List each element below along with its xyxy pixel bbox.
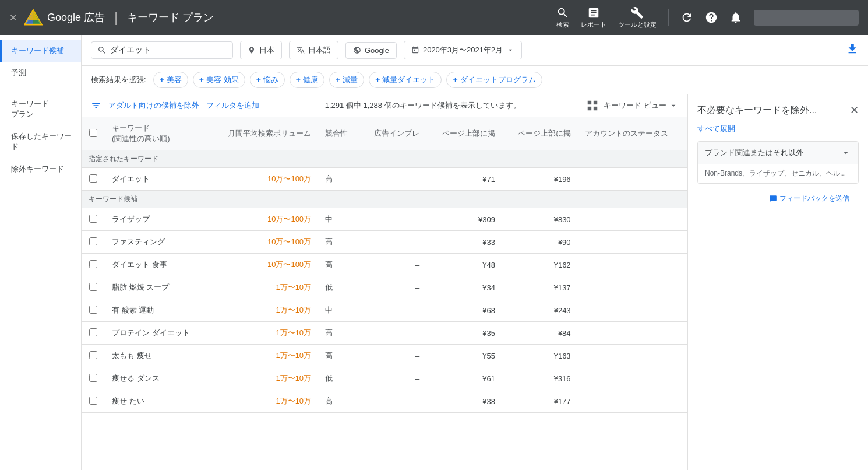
impressions-cell: – (359, 345, 426, 367)
row-checkbox-input[interactable] (89, 328, 97, 336)
expand-chip-3[interactable]: + 健康 (290, 72, 324, 88)
expand-chip-1[interactable]: + 美容 効果 (193, 72, 245, 88)
tools-nav-label: ツールと設定 (618, 20, 657, 29)
sidebar-item-keyword-plan[interactable]: キーワード プラン (0, 84, 81, 125)
keyword-view-button[interactable]: キーワード ビュー (604, 100, 678, 111)
status-cell (578, 367, 687, 390)
feedback-bar: フィードバックを送信 (697, 184, 859, 208)
status-cell (578, 168, 687, 191)
row-checkbox-input[interactable] (89, 283, 97, 291)
sidebar-item-forecast[interactable]: 予測 (0, 62, 81, 84)
row-checkbox-input[interactable] (89, 237, 97, 245)
row-checkbox-input[interactable] (89, 260, 97, 268)
network-icon (353, 46, 361, 54)
expand-chip-icon-0: + (160, 75, 164, 85)
add-filter-link[interactable]: フィルタを追加 (206, 100, 259, 111)
location-label: 日本 (259, 45, 274, 55)
impressions-cell: – (359, 276, 426, 299)
search-nav-label: 検索 (556, 20, 569, 29)
language-label: 日本語 (308, 45, 331, 55)
calendar-icon (411, 46, 419, 54)
help-button[interactable] (705, 11, 718, 24)
location-filter[interactable]: 日本 (240, 41, 282, 59)
filter-icon[interactable] (91, 100, 101, 111)
chevron-down-icon (506, 46, 514, 54)
volume-cell: 10万〜100万 (209, 231, 318, 254)
expand-chip-icon-6: + (453, 75, 457, 85)
header-impressions: 広告インプレ (359, 117, 426, 150)
expand-chip-text-2: 悩み (263, 75, 278, 85)
table-row: 太もも 痩せ 1万〜10万 高 – ¥55 ¥163 (82, 345, 687, 367)
expand-section: 検索結果を拡張: + 美容 + 美容 効果 + 悩み + 健康 + 減量 (82, 66, 868, 94)
bid-low-cell: ¥68 (426, 299, 502, 322)
tools-nav-button[interactable]: ツールと設定 (618, 6, 657, 29)
status-cell (578, 322, 687, 345)
filter-bar: アダルト向けの候補を除外 フィルタを追加 1,291 個中 1,288 個のキー… (82, 94, 687, 117)
row-checkbox-input[interactable] (89, 397, 97, 405)
sidebar-item-excluded-keywords[interactable]: 除外キーワード (0, 158, 81, 180)
language-icon (297, 46, 305, 54)
language-filter[interactable]: 日本語 (289, 41, 338, 59)
bid-low-cell: ¥48 (426, 254, 502, 276)
table-row: 痩せる ダンス 1万〜10万 低 – ¥61 ¥316 (82, 367, 687, 390)
expand-chip-icon-2: + (256, 75, 261, 85)
svg-rect-6 (588, 107, 591, 110)
refresh-button[interactable] (680, 11, 693, 24)
expand-chip-2[interactable]: + 悩み (250, 72, 285, 88)
sidebar-item-saved-keywords[interactable]: 保存したキーワード (0, 125, 81, 158)
search-nav-button[interactable]: 検索 (556, 6, 569, 29)
panel-section-title: ブランド関連またはそれ以外 (705, 148, 803, 158)
adult-filter-link[interactable]: アダルト向けの候補を除外 (108, 100, 199, 111)
row-checkbox-input[interactable] (89, 215, 97, 223)
network-filter[interactable]: Google (345, 42, 397, 59)
keyword-input[interactable] (110, 45, 227, 55)
keyword-search-box[interactable] (91, 41, 233, 59)
bid-high-cell: ¥162 (502, 254, 578, 276)
expand-chip-icon-1: + (199, 75, 204, 85)
account-search-input[interactable] (754, 10, 859, 26)
section-header-specified: 指定されたキーワード (82, 150, 687, 168)
row-checkbox-input[interactable] (89, 374, 97, 382)
keyword-cell: ダイエット 食事 (105, 254, 209, 276)
bid-high-cell: ¥137 (502, 276, 578, 299)
table-row: 有 酸素 運動 1万〜10万 中 – ¥68 ¥243 (82, 299, 687, 322)
notifications-button[interactable] (729, 11, 742, 24)
row-checkbox-input[interactable] (89, 306, 97, 314)
svg-rect-7 (594, 107, 597, 110)
volume-cell: 10万〜100万 (209, 208, 318, 231)
bid-high-cell: ¥90 (502, 231, 578, 254)
impressions-cell: – (359, 299, 426, 322)
header-bid-high: ページ上部に掲 (502, 117, 578, 150)
feedback-icon (769, 195, 777, 203)
expand-chip-0[interactable]: + 美容 (153, 72, 188, 88)
bid-low-cell: ¥38 (426, 390, 502, 413)
expand-chip-5[interactable]: + 減量ダイエット (369, 72, 442, 88)
report-nav-button[interactable]: レポート (581, 6, 606, 29)
header-checkbox[interactable] (82, 117, 105, 150)
panel-section-header[interactable]: ブランド関連またはそれ以外 (698, 142, 858, 164)
date-range-picker[interactable]: 2020年3月〜2021年2月 (404, 41, 522, 59)
row-checkbox[interactable] (82, 168, 105, 191)
close-button[interactable]: ✕ (9, 12, 17, 23)
impressions-cell: – (359, 254, 426, 276)
sidebar-item-keyword-candidates[interactable]: キーワード候補 (0, 40, 81, 62)
expand-chip-6[interactable]: + ダイエットプログラム (446, 72, 542, 88)
competition-cell: 高 (318, 390, 359, 413)
expand-all-link[interactable]: すべて展開 (697, 124, 859, 134)
select-all-checkbox[interactable] (89, 129, 97, 137)
feedback-link[interactable]: フィードバックを送信 (779, 194, 849, 204)
row-checkbox-input[interactable] (89, 351, 97, 359)
sidebar: キーワード候補 予測 キーワード プラン 保存したキーワード 除外キーワード (0, 35, 82, 470)
competition-cell: 中 (318, 208, 359, 231)
panel-section-brand: ブランド関連またはそれ以外 Non-Brands、ライザップ、セニカル、ヘル..… (697, 141, 859, 184)
svg-rect-4 (588, 101, 591, 104)
expand-chip-4[interactable]: + 減量 (329, 72, 364, 88)
download-button[interactable] (846, 45, 859, 58)
keyword-cell: 脂肪 燃焼 スープ (105, 276, 209, 299)
keyword-view-chevron-icon (669, 101, 678, 110)
expand-chip-text-0: 美容 (167, 75, 182, 85)
grid-view-icon[interactable] (586, 99, 599, 112)
keyword-cell: 有 酸素 運動 (105, 299, 209, 322)
row-checkbox-input[interactable] (89, 174, 97, 183)
close-panel-button[interactable]: ✕ (850, 104, 859, 117)
